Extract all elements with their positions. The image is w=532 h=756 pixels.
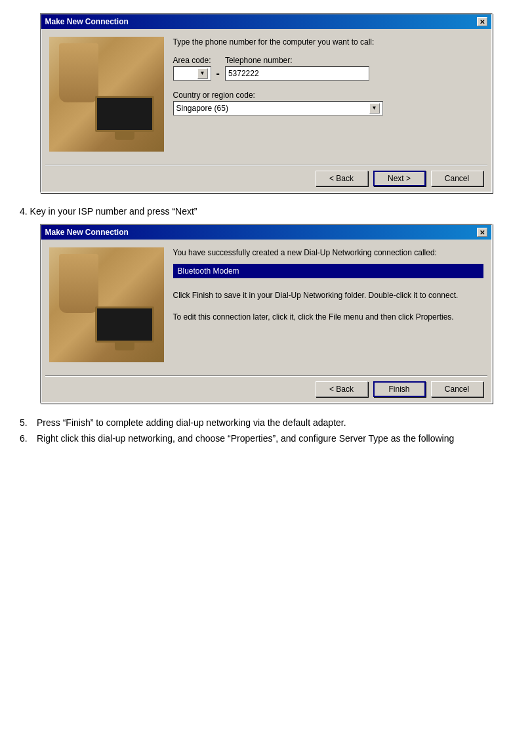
step-item-5: 5.Press “Finish” to complete adding dial…	[20, 415, 512, 430]
area-code-wrapper: ▼	[173, 66, 211, 81]
connection-name-text: Bluetooth Modem	[178, 266, 239, 276]
next-button-1[interactable]: Next >	[373, 171, 426, 186]
dialog-footer-1: < Back Next > Cancel	[41, 165, 491, 192]
back-button-2[interactable]: < Back	[316, 381, 368, 397]
cancel-button-1[interactable]: Cancel	[431, 171, 483, 186]
area-code-label: Area code:	[173, 56, 211, 65]
telephone-input[interactable]	[225, 66, 369, 81]
area-code-arrow-icon[interactable]: ▼	[197, 68, 208, 79]
dialog-content-2: You have successfully created a new Dial…	[173, 247, 483, 362]
cancel-button-2[interactable]: Cancel	[431, 381, 483, 397]
country-group: Country or region code: Singapore (65) ▼	[173, 90, 383, 116]
image-placeholder-2	[49, 247, 164, 362]
steps-list: 5.Press “Finish” to complete adding dial…	[20, 415, 512, 446]
dialog-make-connection-1: Make New Connection ✕ Type the phone num…	[40, 13, 493, 193]
monitor-screen	[95, 96, 154, 132]
step-4-text: 4. Key in your ISP number and press “Nex…	[20, 205, 512, 219]
image-placeholder-1	[49, 37, 164, 152]
country-label: Country or region code:	[173, 91, 255, 100]
phone-graphic-2	[59, 254, 98, 313]
dialog-make-connection-2: Make New Connection ✕ You have successfu…	[40, 224, 493, 404]
success-text: You have successfully created a new Dial…	[173, 247, 483, 259]
step-num-5: 5.	[20, 415, 33, 430]
area-code-group: Area code: ▼	[173, 56, 211, 81]
connection-name-field: Bluetooth Modem	[173, 264, 483, 278]
dialog-titlebar-1: Make New Connection ✕	[41, 14, 491, 29]
telephone-label: Telephone number:	[225, 56, 369, 65]
phone-fields-row: Area code: ▼ - Telephone number:	[173, 56, 483, 81]
country-value: Singapore (65)	[176, 104, 228, 113]
wizard-image-2	[49, 247, 164, 362]
monitor-base-2	[115, 343, 134, 350]
telephone-group: Telephone number:	[225, 56, 369, 81]
step-content-6: Right click this dial-up networking, and…	[37, 431, 512, 446]
monitor-base	[115, 132, 134, 140]
phone-graphic	[59, 43, 98, 102]
dialog-body-1: Type the phone number for the computer y…	[41, 29, 491, 159]
phone-separator: -	[216, 68, 220, 79]
finish-button[interactable]: Finish	[373, 381, 426, 397]
country-arrow-icon[interactable]: ▼	[369, 103, 380, 114]
dialog-footer-2: < Back Finish Cancel	[41, 376, 491, 402]
wizard-image-1	[49, 37, 164, 152]
dialog-instruction-1: Type the phone number for the computer y…	[173, 37, 483, 48]
close-button-1[interactable]: ✕	[477, 17, 487, 26]
monitor-graphic	[95, 96, 154, 142]
edit-instruction: To edit this connection later, click it,…	[173, 312, 483, 323]
step-content-5: Press “Finish” to complete adding dial-u…	[37, 415, 512, 430]
step-num-6: 6.	[20, 431, 33, 446]
step-item-6: 6.Right click this dial-up networking, a…	[20, 431, 512, 446]
monitor-graphic-2	[95, 306, 154, 352]
dialog-title-2: Make New Connection	[45, 228, 129, 237]
area-code-dropdown[interactable]: ▼	[173, 66, 211, 81]
back-button-1[interactable]: < Back	[316, 171, 368, 186]
dialog-body-2: You have successfully created a new Dial…	[41, 240, 491, 370]
finish-instruction: Click Finish to save it in your Dial-Up …	[173, 290, 483, 301]
close-button-2[interactable]: ✕	[477, 228, 487, 237]
dialog-content-1: Type the phone number for the computer y…	[173, 37, 483, 152]
dialog-title-1: Make New Connection	[45, 17, 129, 26]
monitor-screen-2	[95, 306, 154, 343]
dialog-titlebar-2: Make New Connection ✕	[41, 225, 491, 240]
country-dropdown[interactable]: Singapore (65) ▼	[173, 101, 383, 116]
